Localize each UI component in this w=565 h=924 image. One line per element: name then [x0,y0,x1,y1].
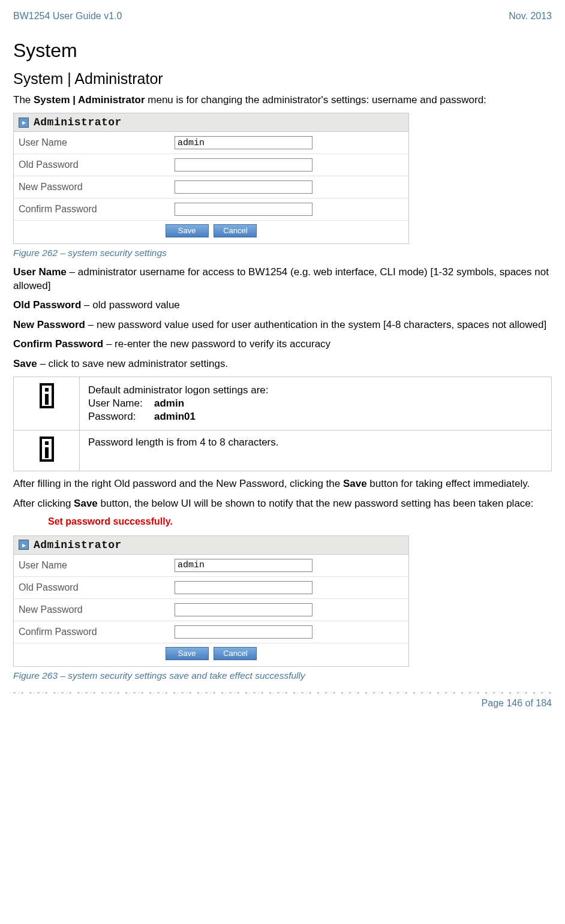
username-input[interactable] [175,559,312,572]
panel-title: Administrator [34,116,122,128]
info-default-password: Password:admin01 [88,411,543,423]
def-old-password: Old Password – old password value [13,299,552,312]
username-input[interactable] [175,136,312,149]
cancel-button[interactable]: Cancel [214,224,257,237]
def-new-password: New Password – new password value used f… [13,318,552,332]
row-username: User Name [14,555,408,577]
new-password-input[interactable] [175,603,312,616]
info-icon [40,383,54,408]
row-old-password: Old Password [14,154,408,176]
page-header: BW1254 User Guide v1.0 Nov. 2013 [13,11,552,22]
def-username: User Name – administrator username for a… [13,266,552,293]
doc-title: BW1254 User Guide v1.0 [13,11,122,22]
admin-panel-figure-262: ▸ Administrator User Name Old Password N… [13,113,409,244]
row-new-password: New Password [14,599,408,621]
button-row: Save Cancel [14,221,408,243]
confirm-password-input[interactable] [175,203,312,216]
save-button[interactable]: Save [166,224,209,237]
panel-header: ▸ Administrator [14,113,408,132]
label-new-password: New Password [19,182,175,192]
heading-system: System [13,40,552,62]
success-message: Set password successfully. [13,516,552,535]
panel-title: Administrator [34,539,122,551]
old-password-input[interactable] [175,581,312,594]
figure-263-caption: Figure 263 – system security settings sa… [13,670,552,681]
row-confirm-password: Confirm Password [14,198,408,221]
admin-panel-figure-263: ▸ Administrator User Name Old Password N… [13,535,409,667]
button-row: Save Cancel [14,643,408,666]
after-save-paragraph-2: After clicking Save button, the below UI… [13,497,552,510]
info-row-defaults: Default administrator logon settings are… [14,377,552,431]
label-old-password: Old Password [19,159,175,170]
figure-262-caption: Figure 262 – system security settings [13,248,552,258]
info-password-length: Password length is from 4 to 8 character… [80,431,552,471]
label-username: User Name [19,560,175,571]
info-table: Default administrator logon settings are… [13,377,552,471]
new-password-input[interactable] [175,180,312,194]
save-button[interactable]: Save [166,647,209,660]
cancel-button[interactable]: Cancel [214,647,257,660]
info-defaults-text: Default administrator logon settings are… [88,384,543,396]
old-password-input[interactable] [175,158,312,171]
def-confirm-password: Confirm Password – re-enter the new pass… [13,338,552,351]
after-save-paragraph-1: After filling in the right Old password … [13,477,552,490]
label-confirm-password: Confirm Password [19,627,175,637]
intro-paragraph: The System | Administrator menu is for c… [13,94,552,107]
info-default-username: User Name:admin [88,398,543,410]
heading-administrator: System | Administrator [13,70,552,88]
row-new-password: New Password [14,176,408,198]
label-username: User Name [19,137,175,148]
collapse-icon[interactable]: ▸ [19,118,29,128]
info-row-length: Password length is from 4 to 8 character… [14,431,552,471]
confirm-password-input[interactable] [175,625,312,639]
footer-separator: - - - - - - - - - - - - - - - - - - - - … [13,688,552,697]
row-confirm-password: Confirm Password [14,621,408,643]
label-confirm-password: Confirm Password [19,204,175,215]
label-new-password: New Password [19,604,175,615]
panel-header: ▸ Administrator [14,536,408,555]
row-old-password: Old Password [14,577,408,599]
collapse-icon[interactable]: ▸ [19,540,29,550]
doc-date: Nov. 2013 [509,11,552,22]
page-number: Page 146 of 184 [13,698,552,709]
info-icon [40,437,54,462]
row-username: User Name [14,132,408,154]
def-save: Save – click to save new administrator s… [13,357,552,371]
label-old-password: Old Password [19,582,175,593]
